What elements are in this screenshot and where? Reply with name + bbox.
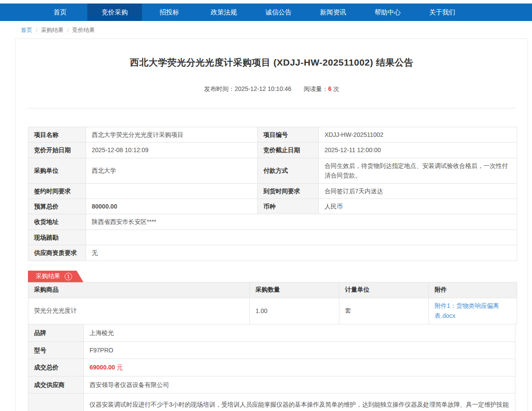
nav-item-integrity[interactable]: 诚信公告 bbox=[251, 3, 306, 21]
breadcrumb-separator: / bbox=[67, 27, 69, 34]
value-purchaser: 西北大学 bbox=[86, 158, 258, 183]
views-unit: 次 bbox=[333, 85, 339, 92]
value-project-code: XDJJ-HW-202511002 bbox=[319, 127, 517, 143]
table-row: 竞价开始日期 2025-12-08 10:12:09 竞价截止日期 2025-1… bbox=[28, 143, 517, 158]
value-model: F97PRO bbox=[84, 341, 515, 359]
nav-item-tender[interactable]: 招投标 bbox=[142, 3, 197, 21]
table-row: 签约时间要求 到货时间要求 合同签订后7天内送达 bbox=[28, 183, 517, 199]
tab-purchase-result-label: 采购结果 bbox=[36, 272, 60, 280]
deal-price-unit: 元 bbox=[117, 364, 123, 371]
nav-item-home[interactable]: 首页 bbox=[33, 3, 87, 21]
tab-purchase-result[interactable]: 采购结果 1 bbox=[28, 271, 83, 282]
label-bid-end: 竞价截止日期 bbox=[258, 143, 319, 158]
result-count-badge: 1 bbox=[65, 273, 72, 280]
label-currency: 币种 bbox=[258, 199, 319, 214]
attachment-link[interactable]: 附件1：货物类响应偏离表.docx bbox=[435, 301, 511, 322]
label-delivery-time: 到货时间要求 bbox=[258, 183, 319, 199]
table-row: 采购单位 西北大学 付款方式 合同生效后，待货物到达指定地点、安装调试验收合格后… bbox=[28, 158, 517, 183]
label-signing-time: 签约时间要求 bbox=[28, 183, 86, 199]
publish-time-value: 2025-12-12 10:10:46 bbox=[235, 85, 291, 92]
publish-time-label: 发布时间： bbox=[204, 85, 235, 92]
table-row: 成交总价 69000.00 元 bbox=[28, 359, 515, 376]
label-warranty-service: 质保及售后服务 bbox=[28, 394, 84, 411]
purchase-result-table: 采购商品 采购数量 计量单位 附件 荧光分光光度计 1.00 套 附件1：货物类… bbox=[28, 282, 517, 325]
label-deal-supplier: 成交供应商 bbox=[28, 376, 84, 394]
label-bid-start: 竞价开始日期 bbox=[28, 143, 86, 158]
value-supplier-qualification: 无 bbox=[86, 245, 517, 261]
col-header-product: 采购商品 bbox=[28, 282, 250, 298]
value-delivery-time: 合同签订后7天内送达 bbox=[319, 183, 517, 199]
value-site-survey bbox=[86, 230, 517, 245]
value-budget-total: 80000.00 bbox=[86, 199, 258, 214]
value-project-name: 西北大学荧光分光光度计采购项目 bbox=[86, 127, 258, 143]
views-count: 6 bbox=[328, 85, 332, 92]
label-delivery-address: 收货地址 bbox=[28, 214, 86, 230]
value-signing-time bbox=[86, 183, 258, 199]
breadcrumb-home[interactable]: 首页 bbox=[21, 26, 32, 34]
value-warranty-service: 仪器安装调试时应进行不少于3小时的现场培训，受培训人员应能掌握仪器的基本操作及简… bbox=[84, 394, 515, 411]
col-header-unit: 计量单位 bbox=[339, 282, 429, 298]
nav-item-bidding-purchase[interactable]: 竞价采购 bbox=[87, 3, 142, 21]
value-delivery-address: 陕西省西安市长安区**** bbox=[86, 214, 517, 230]
col-header-attachment: 附件 bbox=[429, 282, 517, 298]
value-deal-price: 69000.00 bbox=[90, 364, 115, 371]
value-currency: 人民币 bbox=[319, 199, 517, 214]
table-row: 现场踏勘 bbox=[28, 230, 517, 245]
deal-detail-table: 品牌 上海棱光 型号 F97PRO 成交总价 69000.00 元 成交供应商 … bbox=[28, 324, 515, 411]
label-supplier-qualification: 供应商资质要求 bbox=[28, 245, 86, 261]
table-row: 供应商资质要求 无 bbox=[28, 245, 517, 261]
value-unit: 套 bbox=[339, 298, 429, 324]
value-bid-start: 2025-12-08 10:12:09 bbox=[86, 143, 258, 158]
label-brand: 品牌 bbox=[28, 324, 84, 342]
breadcrumb-separator: / bbox=[36, 27, 38, 34]
announcement-card: 西北大学荧光分光光度计采购项目 (XDJJ-HW-202511002) 结果公告… bbox=[15, 38, 528, 411]
value-brand: 上海棱光 bbox=[84, 324, 515, 342]
nav-item-help[interactable]: 帮助中心 bbox=[360, 3, 415, 21]
value-bid-end: 2025-12-11 12:00:00 bbox=[319, 143, 517, 158]
nav-item-news[interactable]: 新闻资讯 bbox=[306, 3, 360, 21]
breadcrumb: 首页 / 采购结果 / 竞价结果 bbox=[0, 21, 532, 38]
project-info-table: 项目名称 西北大学荧光分光光度计采购项目 项目编号 XDJJ-HW-202511… bbox=[28, 127, 517, 261]
breadcrumb-purchase-result[interactable]: 采购结果 bbox=[41, 26, 64, 34]
article-meta: 发布时间：2025-12-12 10:10:46阅读量：6 次 bbox=[28, 85, 515, 93]
label-purchaser: 采购单位 bbox=[28, 158, 86, 183]
value-deal-supplier: 西安领导者仪器设备有限公司 bbox=[84, 376, 515, 394]
breadcrumb-bidding-result: 竞价结果 bbox=[72, 26, 95, 34]
label-model: 型号 bbox=[28, 341, 84, 359]
value-payment-method: 合同生效后，待货物到达指定地点、安装调试验收合格后，一次性付清合同货款。 bbox=[319, 158, 517, 183]
label-budget-total: 预算总价 bbox=[28, 199, 86, 214]
label-project-code: 项目编号 bbox=[258, 127, 319, 143]
table-row: 项目名称 西北大学荧光分光光度计采购项目 项目编号 XDJJ-HW-202511… bbox=[28, 127, 517, 143]
table-row: 型号 F97PRO bbox=[28, 341, 515, 359]
views-label: 阅读量： bbox=[304, 85, 328, 92]
top-strip bbox=[0, 0, 532, 3]
label-site-survey: 现场踏勘 bbox=[28, 230, 86, 245]
col-header-quantity: 采购数量 bbox=[250, 282, 339, 298]
table-row: 收货地址 陕西省西安市长安区**** bbox=[28, 214, 517, 230]
table-row: 预算总价 80000.00 币种 人民币 bbox=[28, 199, 517, 214]
nav-item-about[interactable]: 关于我们 bbox=[415, 3, 470, 21]
table-header-row: 采购商品 采购数量 计量单位 附件 bbox=[28, 282, 517, 298]
nav-item-policy[interactable]: 政策法规 bbox=[197, 3, 251, 21]
page-title: 西北大学荧光分光光度计采购项目 (XDJJ-HW-202511002) 结果公告 bbox=[28, 56, 515, 69]
value-quantity: 1.00 bbox=[250, 298, 339, 324]
label-payment-method: 付款方式 bbox=[258, 158, 319, 183]
label-deal-price: 成交总价 bbox=[28, 359, 84, 376]
table-row: 荧光分光光度计 1.00 套 附件1：货物类响应偏离表.docx bbox=[28, 298, 517, 324]
value-product-name: 荧光分光光度计 bbox=[28, 298, 250, 324]
table-row: 品牌 上海棱光 bbox=[28, 324, 515, 342]
label-project-name: 项目名称 bbox=[28, 127, 86, 143]
main-nav: 首页 竞价采购 招投标 政策法规 诚信公告 新闻资讯 帮助中心 关于我们 bbox=[0, 3, 532, 21]
table-row: 成交供应商 西安领导者仪器设备有限公司 bbox=[28, 376, 515, 394]
table-row: 质保及售后服务 仪器安装调试时应进行不少于3小时的现场培训，受培训人员应能掌握仪… bbox=[28, 394, 515, 411]
